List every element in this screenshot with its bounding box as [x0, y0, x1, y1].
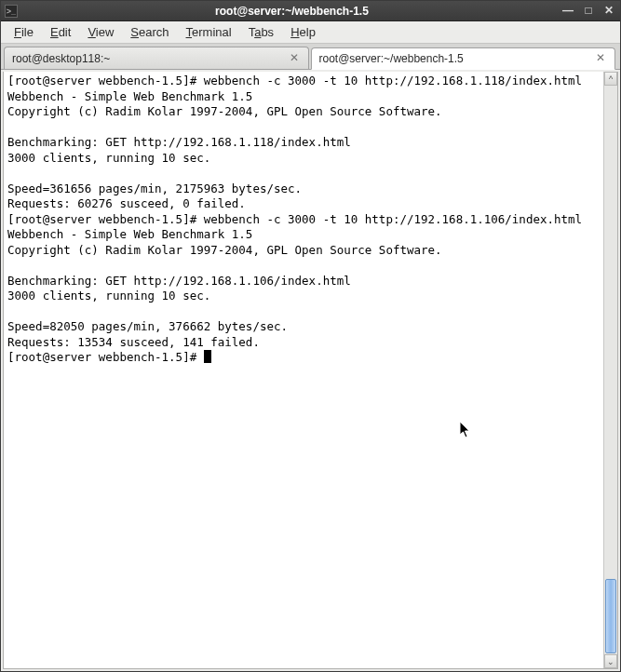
- scroll-thumb[interactable]: [605, 579, 616, 653]
- menu-view[interactable]: View: [80, 23, 121, 41]
- menu-edit[interactable]: Edit: [43, 23, 78, 41]
- terminal-window: >_ root@server:~/webbench-1.5 — □ ✕ File…: [0, 0, 621, 672]
- tab-close-icon[interactable]: ✕: [594, 52, 607, 65]
- menu-terminal[interactable]: Terminal: [179, 23, 239, 41]
- terminal-cursor: [204, 350, 211, 363]
- tab-close-icon[interactable]: ✕: [288, 52, 301, 65]
- window-title: root@server:~/webbench-1.5: [23, 5, 560, 18]
- menu-search[interactable]: Search: [123, 23, 176, 41]
- menubar: File Edit View Search Terminal Tabs Help: [1, 21, 620, 44]
- close-button[interactable]: ✕: [601, 5, 616, 18]
- scrollbar[interactable]: ^ ⌄: [603, 72, 617, 668]
- tab-desktop118[interactable]: root@desktop118:~ ✕: [4, 47, 309, 69]
- menu-tabs[interactable]: Tabs: [241, 23, 281, 41]
- menu-file[interactable]: File: [7, 23, 41, 41]
- menu-help[interactable]: Help: [283, 23, 323, 41]
- terminal-output[interactable]: [root@server webbench-1.5]# webbench -c …: [4, 72, 603, 668]
- terminal-area: [root@server webbench-1.5]# webbench -c …: [3, 72, 618, 669]
- window-controls: — □ ✕: [560, 5, 616, 18]
- tabbar: root@desktop118:~ ✕ root@server:~/webben…: [1, 44, 620, 70]
- tab-label: root@server:~/webbench-1.5: [319, 52, 595, 65]
- app-icon: >_: [5, 5, 18, 18]
- maximize-button[interactable]: □: [581, 5, 596, 18]
- tab-server-webbench[interactable]: root@server:~/webbench-1.5 ✕: [311, 47, 616, 70]
- minimize-button[interactable]: —: [560, 5, 575, 18]
- titlebar[interactable]: >_ root@server:~/webbench-1.5 — □ ✕: [1, 1, 620, 21]
- scroll-down-button[interactable]: ⌄: [604, 654, 617, 668]
- scroll-up-button[interactable]: ^: [604, 72, 617, 86]
- tab-label: root@desktop118:~: [12, 52, 288, 65]
